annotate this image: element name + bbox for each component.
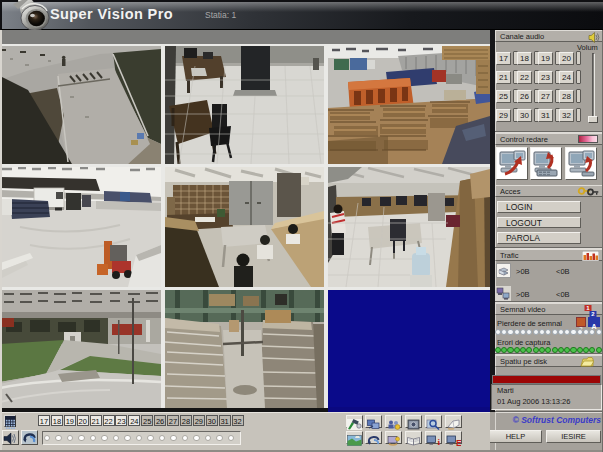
svg-text:i: i xyxy=(438,437,441,446)
svg-text:E: E xyxy=(456,437,461,446)
